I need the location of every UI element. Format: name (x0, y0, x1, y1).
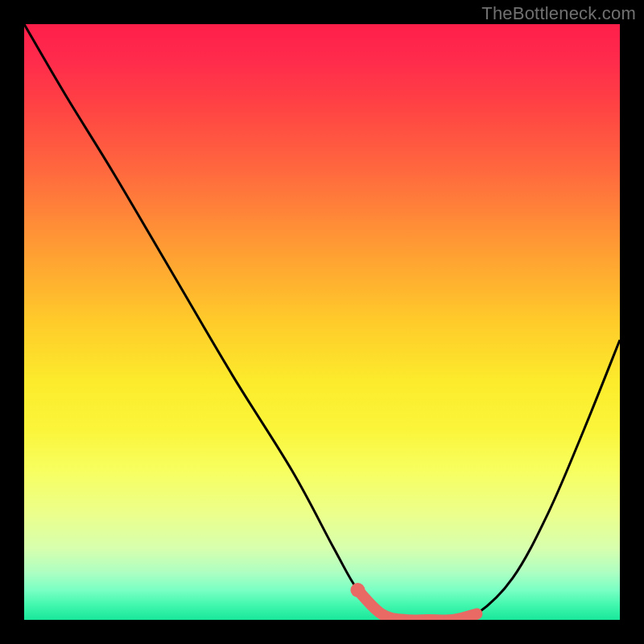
plot-area (24, 24, 620, 620)
attribution-label: TheBottleneck.com (481, 3, 636, 24)
chart-frame: TheBottleneck.com (0, 0, 644, 644)
bottleneck-curve (24, 24, 620, 620)
highlight-segment-line (357, 590, 477, 620)
chart-svg (24, 24, 620, 620)
highlight-start-dot (350, 583, 365, 597)
